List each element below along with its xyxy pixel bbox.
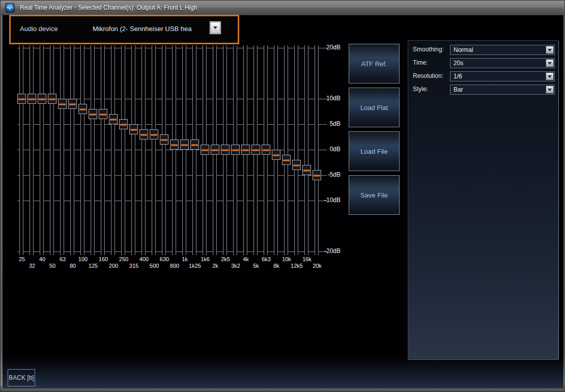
eq-track-100[interactable] xyxy=(80,45,84,255)
eq-slider-handle-500[interactable] xyxy=(150,129,158,139)
eq-track-20k[interactable] xyxy=(315,45,319,255)
eq-track-63[interactable] xyxy=(60,45,64,255)
titlebar[interactable]: Real Time Analyzer - Selected Channel(s)… xyxy=(1,1,564,15)
db-axis-label: 10dB xyxy=(318,95,341,102)
slider-gain-marker xyxy=(212,149,218,151)
chevron-down-icon xyxy=(548,89,552,91)
eq-slider-handle-3k2[interactable] xyxy=(231,145,240,155)
freq-axis-label: 40 xyxy=(32,256,52,262)
slider-gain-marker xyxy=(232,149,239,151)
atf-ref-button[interactable]: ATF Ref. xyxy=(349,44,400,83)
slider-gain-marker xyxy=(252,149,259,151)
freq-axis-label: 500 xyxy=(144,263,164,269)
db-axis-label: 20dB xyxy=(318,44,341,51)
freq-axis-label: 1k xyxy=(175,256,195,262)
eq-track-32[interactable] xyxy=(30,45,34,255)
eq-slider-handle-200[interactable] xyxy=(109,114,118,124)
chevron-down-icon xyxy=(548,49,552,51)
freq-axis-label: 1k6 xyxy=(195,256,215,262)
eq-slider-handle-12k5[interactable] xyxy=(292,160,301,170)
freq-axis-label: 16k xyxy=(297,256,317,262)
smoothing-select[interactable]: Normal xyxy=(450,45,555,55)
slider-gain-marker xyxy=(90,114,96,116)
eq-slider-handle-1k25[interactable] xyxy=(190,139,199,150)
eq-slider-handle-1k[interactable] xyxy=(180,139,189,150)
eq-slider-handle-32[interactable] xyxy=(27,94,36,104)
eq-track-500[interactable] xyxy=(152,45,156,255)
eq-slider-handle-16k[interactable] xyxy=(302,165,311,175)
eq-slider-handle-40[interactable] xyxy=(38,94,46,104)
eq-track-315[interactable] xyxy=(131,45,135,255)
eq-track-1k[interactable] xyxy=(182,45,186,255)
slider-gain-marker xyxy=(303,170,310,172)
style-select[interactable]: Bar xyxy=(450,85,555,95)
eq-track-10k[interactable] xyxy=(284,45,288,255)
eq-track-160[interactable] xyxy=(101,45,105,255)
eq-track-40[interactable] xyxy=(40,45,44,255)
settings-label: Resolution: xyxy=(413,72,443,79)
eq-slider-handle-20k[interactable] xyxy=(313,170,321,180)
slider-gain-marker xyxy=(110,119,117,121)
slider-gain-marker xyxy=(181,144,188,146)
eq-slider-handle-315[interactable] xyxy=(129,124,138,134)
eq-track-400[interactable] xyxy=(142,45,146,255)
freq-axis-label: 50 xyxy=(42,263,63,269)
combo-dropdown-button[interactable] xyxy=(546,72,554,80)
eq-track-80[interactable] xyxy=(70,45,74,255)
freq-axis-label: 160 xyxy=(93,256,114,262)
freq-axis-label: 80 xyxy=(63,263,83,269)
settings-label: Smoothing: xyxy=(413,46,444,53)
eq-track-50[interactable] xyxy=(50,45,54,255)
eq-slider-handle-400[interactable] xyxy=(139,129,148,139)
eq-track-200[interactable] xyxy=(111,45,115,255)
settings-row-time: Time:20s xyxy=(408,58,558,68)
eq-track-1k25[interactable] xyxy=(192,45,196,255)
eq-slider-handle-80[interactable] xyxy=(68,99,77,109)
eq-slider-handle-63[interactable] xyxy=(58,99,67,109)
load-flat-button[interactable]: Load Flat xyxy=(349,88,400,127)
slider-gain-marker xyxy=(39,98,45,100)
combo-dropdown-button[interactable] xyxy=(546,86,554,94)
load-file-button[interactable]: Load File xyxy=(349,131,400,171)
eq-track-630[interactable] xyxy=(162,45,166,255)
eq-slider-handle-50[interactable] xyxy=(48,94,56,104)
eq-track-12k5[interactable] xyxy=(294,45,298,255)
freq-axis-label: 32 xyxy=(22,263,42,269)
settings-panel: Smoothing:NormalTime:20sResolution:1/6St… xyxy=(408,40,559,360)
slider-gain-marker xyxy=(69,103,76,105)
back-button[interactable]: BACK [b] xyxy=(8,369,35,386)
settings-row-smoothing: Smoothing:Normal xyxy=(408,45,558,55)
eq-slider-handle-25[interactable] xyxy=(17,94,26,104)
combo-dropdown-button[interactable] xyxy=(546,59,554,67)
db-axis-label: 0dB xyxy=(318,146,341,153)
slider-gain-marker xyxy=(59,103,66,105)
freq-axis-label: 63 xyxy=(52,256,73,262)
eq-track-125[interactable] xyxy=(91,45,95,255)
eq-track-250[interactable] xyxy=(121,45,125,255)
freq-axis-label: 1k25 xyxy=(185,263,205,269)
time-select[interactable]: 20s xyxy=(450,58,555,68)
eq-slider-handle-5k[interactable] xyxy=(251,145,260,155)
eq-slider-handle-10k[interactable] xyxy=(282,155,291,165)
eq-slider-handle-100[interactable] xyxy=(78,104,87,114)
eq-slider-handle-6k3[interactable] xyxy=(262,145,270,155)
eq-slider-handle-8k[interactable] xyxy=(272,150,280,160)
eq-slider-handle-1k6[interactable] xyxy=(201,145,209,155)
slider-gain-marker xyxy=(161,139,167,141)
eq-track-25[interactable] xyxy=(19,45,23,255)
eq-slider-handle-800[interactable] xyxy=(170,139,179,150)
eq-slider-handle-2k5[interactable] xyxy=(221,145,230,155)
eq-slider-handle-125[interactable] xyxy=(89,109,97,119)
eq-slider-handle-2k[interactable] xyxy=(211,145,219,155)
eq-slider-handle-250[interactable] xyxy=(119,119,128,129)
eq-slider-handle-630[interactable] xyxy=(160,134,168,145)
window-title: Real Time Analyzer - Selected Channel(s)… xyxy=(20,4,197,11)
save-file-button[interactable]: Save File xyxy=(349,175,400,215)
slider-gain-marker xyxy=(120,124,127,126)
eq-track-16k[interactable] xyxy=(304,45,308,255)
eq-track-800[interactable] xyxy=(172,45,176,255)
combo-dropdown-button[interactable] xyxy=(546,46,554,54)
eq-slider-handle-4k[interactable] xyxy=(241,145,250,155)
eq-slider-handle-160[interactable] xyxy=(99,109,107,119)
resolution-select[interactable]: 1/6 xyxy=(450,71,555,81)
